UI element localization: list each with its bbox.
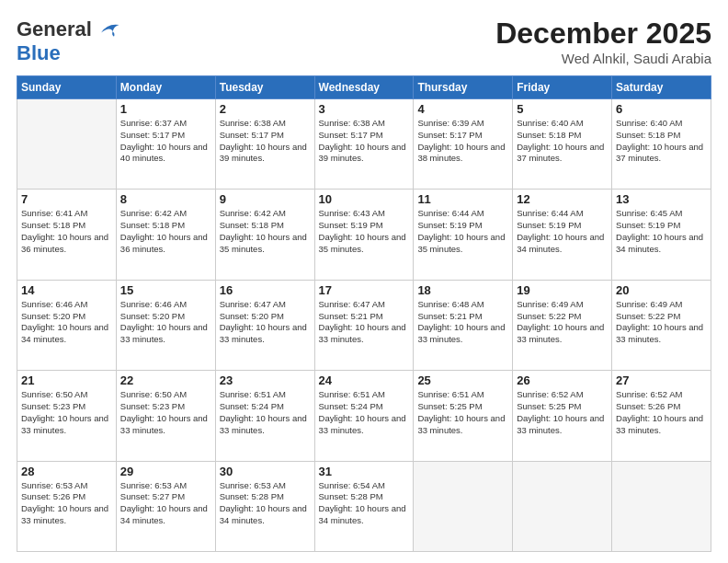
day-number: 13 [616,192,707,206]
day-header-sunday: Sunday [17,76,117,99]
day-number: 14 [21,283,112,297]
day-info: Sunrise: 6:41 AMSunset: 5:18 PMDaylight:… [21,208,112,255]
day-header-tuesday: Tuesday [215,76,314,99]
day-info: Sunrise: 6:43 AMSunset: 5:19 PMDaylight:… [319,208,410,255]
day-number: 9 [220,192,311,206]
calendar-cell: 6Sunrise: 6:40 AMSunset: 5:18 PMDaylight… [612,99,711,190]
day-number: 3 [319,102,410,116]
calendar-cell: 12Sunrise: 6:44 AMSunset: 5:19 PMDayligh… [513,190,612,280]
day-number: 10 [319,192,410,206]
title-block: December 2025 Wed Alnkil, Saudi Arabia [495,17,711,66]
day-info: Sunrise: 6:38 AMSunset: 5:17 PMDaylight:… [319,118,410,165]
day-number: 22 [120,373,211,387]
day-info: Sunrise: 6:48 AMSunset: 5:21 PMDaylight:… [417,299,508,346]
day-number: 18 [417,283,508,297]
calendar-cell: 20Sunrise: 6:49 AMSunset: 5:22 PMDayligh… [612,280,711,370]
day-number: 4 [417,102,508,116]
day-number: 29 [120,465,211,478]
calendar-cell: 26Sunrise: 6:52 AMSunset: 5:25 PMDayligh… [513,371,612,461]
day-number: 26 [517,373,608,387]
calendar-cell: 10Sunrise: 6:43 AMSunset: 5:19 PMDayligh… [314,190,414,280]
calendar-cell: 11Sunrise: 6:44 AMSunset: 5:19 PMDayligh… [414,190,513,280]
calendar-cell [612,461,711,551]
calendar-week-row: 21Sunrise: 6:50 AMSunset: 5:23 PMDayligh… [17,371,711,461]
day-number: 17 [319,283,410,297]
calendar-cell: 29Sunrise: 6:53 AMSunset: 5:27 PMDayligh… [116,461,215,551]
day-info: Sunrise: 6:54 AMSunset: 5:28 PMDaylight:… [319,480,410,527]
day-number: 1 [120,102,211,116]
calendar-cell: 13Sunrise: 6:45 AMSunset: 5:19 PMDayligh… [612,190,711,280]
calendar-cell: 28Sunrise: 6:53 AMSunset: 5:26 PMDayligh… [17,461,117,551]
day-info: Sunrise: 6:46 AMSunset: 5:20 PMDaylight:… [120,299,211,346]
day-info: Sunrise: 6:50 AMSunset: 5:23 PMDaylight:… [21,389,112,436]
day-number: 20 [616,283,707,297]
day-info: Sunrise: 6:38 AMSunset: 5:17 PMDaylight:… [220,118,311,165]
day-info: Sunrise: 6:40 AMSunset: 5:18 PMDaylight:… [517,118,608,165]
calendar-cell: 19Sunrise: 6:49 AMSunset: 5:22 PMDayligh… [513,280,612,370]
day-header-friday: Friday [513,76,612,99]
day-number: 31 [319,465,410,478]
day-number: 12 [517,192,608,206]
calendar-cell [17,99,117,190]
calendar-cell: 2Sunrise: 6:38 AMSunset: 5:17 PMDaylight… [215,99,314,190]
calendar-cell: 30Sunrise: 6:53 AMSunset: 5:28 PMDayligh… [215,461,314,551]
day-info: Sunrise: 6:53 AMSunset: 5:28 PMDaylight:… [220,480,311,527]
calendar-table: SundayMondayTuesdayWednesdayThursdayFrid… [17,75,711,552]
day-header-saturday: Saturday [612,76,711,99]
calendar-week-row: 28Sunrise: 6:53 AMSunset: 5:26 PMDayligh… [17,461,711,551]
day-number: 8 [120,192,211,206]
month-title: December 2025 [495,17,711,51]
day-number: 25 [417,373,508,387]
day-info: Sunrise: 6:52 AMSunset: 5:26 PMDaylight:… [616,389,707,436]
calendar-cell: 23Sunrise: 6:51 AMSunset: 5:24 PMDayligh… [215,371,314,461]
day-info: Sunrise: 6:49 AMSunset: 5:22 PMDaylight:… [517,299,608,346]
day-info: Sunrise: 6:51 AMSunset: 5:24 PMDaylight:… [220,389,311,436]
day-number: 27 [616,373,707,387]
day-info: Sunrise: 6:40 AMSunset: 5:18 PMDaylight:… [616,118,707,165]
calendar-cell: 16Sunrise: 6:47 AMSunset: 5:20 PMDayligh… [215,280,314,370]
day-number: 15 [120,283,211,297]
day-info: Sunrise: 6:37 AMSunset: 5:17 PMDaylight:… [120,118,211,165]
day-number: 6 [616,102,707,116]
calendar-week-row: 1Sunrise: 6:37 AMSunset: 5:17 PMDaylight… [17,99,711,190]
calendar-cell: 7Sunrise: 6:41 AMSunset: 5:18 PMDaylight… [17,190,117,280]
day-header-monday: Monday [116,76,215,99]
calendar-week-row: 14Sunrise: 6:46 AMSunset: 5:20 PMDayligh… [17,280,711,370]
logo-blue-text: Blue [17,41,61,64]
logo: General Blue [17,17,120,64]
day-info: Sunrise: 6:44 AMSunset: 5:19 PMDaylight:… [517,208,608,255]
calendar-cell [513,461,612,551]
calendar-cell: 31Sunrise: 6:54 AMSunset: 5:28 PMDayligh… [314,461,414,551]
day-info: Sunrise: 6:51 AMSunset: 5:24 PMDaylight:… [319,389,410,436]
day-info: Sunrise: 6:49 AMSunset: 5:22 PMDaylight:… [616,299,707,346]
page: General Blue December 2025 Wed Alnkil, S… [0,0,728,563]
day-number: 24 [319,373,410,387]
day-info: Sunrise: 6:42 AMSunset: 5:18 PMDaylight:… [120,208,211,255]
subtitle: Wed Alnkil, Saudi Arabia [495,51,711,66]
day-info: Sunrise: 6:53 AMSunset: 5:27 PMDaylight:… [120,480,211,527]
day-number: 16 [220,283,311,297]
day-number: 11 [417,192,508,206]
day-number: 5 [517,102,608,116]
day-info: Sunrise: 6:46 AMSunset: 5:20 PMDaylight:… [21,299,112,346]
calendar-cell: 21Sunrise: 6:50 AMSunset: 5:23 PMDayligh… [17,371,117,461]
calendar-cell: 9Sunrise: 6:42 AMSunset: 5:18 PMDaylight… [215,190,314,280]
calendar-cell: 22Sunrise: 6:50 AMSunset: 5:23 PMDayligh… [116,371,215,461]
calendar-cell: 3Sunrise: 6:38 AMSunset: 5:17 PMDaylight… [314,99,414,190]
day-number: 30 [220,465,311,478]
calendar-week-row: 7Sunrise: 6:41 AMSunset: 5:18 PMDaylight… [17,190,711,280]
calendar-cell: 27Sunrise: 6:52 AMSunset: 5:26 PMDayligh… [612,371,711,461]
header: General Blue December 2025 Wed Alnkil, S… [17,17,711,66]
calendar-header-row: SundayMondayTuesdayWednesdayThursdayFrid… [17,76,711,99]
calendar-cell: 24Sunrise: 6:51 AMSunset: 5:24 PMDayligh… [314,371,414,461]
day-header-thursday: Thursday [414,76,513,99]
calendar-cell: 8Sunrise: 6:42 AMSunset: 5:18 PMDaylight… [116,190,215,280]
calendar-cell: 17Sunrise: 6:47 AMSunset: 5:21 PMDayligh… [314,280,414,370]
day-info: Sunrise: 6:52 AMSunset: 5:25 PMDaylight:… [517,389,608,436]
calendar-cell [414,461,513,551]
day-number: 7 [21,192,112,206]
day-number: 21 [21,373,112,387]
day-info: Sunrise: 6:47 AMSunset: 5:21 PMDaylight:… [319,299,410,346]
day-number: 19 [517,283,608,297]
day-info: Sunrise: 6:39 AMSunset: 5:17 PMDaylight:… [417,118,508,165]
